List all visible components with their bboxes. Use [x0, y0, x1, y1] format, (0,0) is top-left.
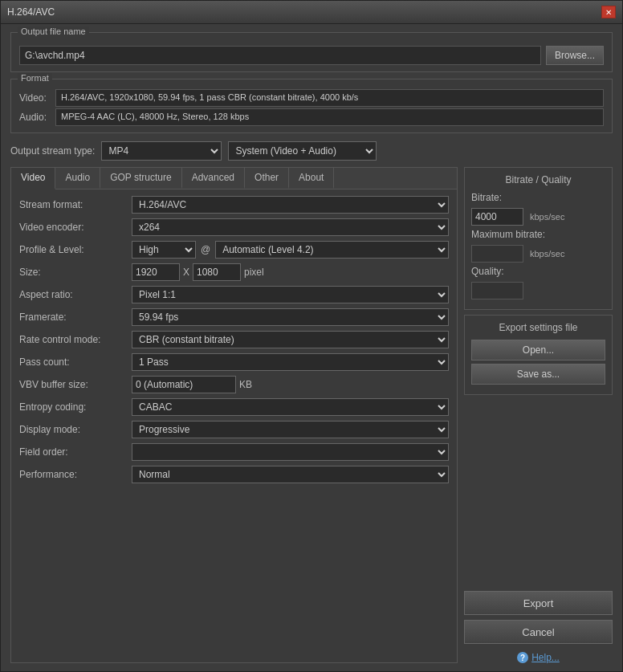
quality-input-row [471, 282, 605, 299]
rate-control-label: Rate control mode: [19, 334, 132, 345]
output-file-group: Output file name Browse... [10, 32, 613, 72]
profile-row: High Main Baseline @ Automatic (Level 4.… [132, 241, 449, 259]
bitrate-input[interactable] [471, 208, 523, 226]
file-row: Browse... [19, 46, 604, 65]
max-bitrate-input [471, 245, 523, 263]
aspect-ratio-label: Aspect ratio: [19, 289, 132, 300]
max-bitrate-field: Maximum bitrate: [471, 229, 605, 240]
cancel-button[interactable]: Cancel [464, 620, 613, 644]
display-mode-row: Display mode: Progressive Interlaced [19, 421, 449, 438]
size-inputs: X pixel [132, 263, 264, 281]
size-unit: pixel [244, 267, 264, 278]
window-title: H.264/AVC [7, 6, 55, 18]
width-input[interactable] [132, 263, 180, 281]
field-order-label: Field order: [19, 446, 132, 458]
export-settings-group: Export settings file Open... Save as... [464, 315, 613, 395]
left-panel: Video Audio GOP structure Advanced Other… [10, 167, 458, 663]
spacer [464, 400, 613, 583]
format-label: Format [18, 73, 52, 83]
help-link[interactable]: Help... [531, 652, 560, 663]
tab-other[interactable]: Other [245, 168, 289, 189]
right-panel: Bitrate / Quality Bitrate: kbps/sec Maxi… [464, 167, 613, 663]
size-row: Size: X pixel [19, 263, 449, 281]
quality-input [471, 282, 523, 299]
field-order-row: Field order: [19, 443, 449, 461]
tab-audio[interactable]: Audio [55, 168, 100, 189]
title-bar: H.264/AVC ✕ [1, 1, 622, 24]
browse-button[interactable]: Browse... [546, 46, 604, 65]
performance-label: Performance: [19, 469, 132, 480]
audio-format-row: Audio: MPEG-4 AAC (LC), 48000 Hz, Stereo… [19, 108, 604, 126]
video-encoder-label: Video encoder: [19, 222, 132, 233]
video-encoder-select[interactable]: x264 NVENC [132, 218, 449, 236]
video-tab-content: Stream format: H.264/AVC H.265/HEVC Vide… [11, 189, 457, 662]
level-select[interactable]: Automatic (Level 4.2) Level 4.0 [215, 241, 449, 259]
aspect-ratio-select[interactable]: Pixel 1:1 4:3 16:9 [132, 286, 449, 303]
size-label: Size: [19, 267, 132, 278]
framerate-row: Framerate: 59.94 fps 29.97 fps 25 fps [19, 308, 449, 326]
vbv-unit: KB [239, 379, 252, 390]
field-order-select[interactable] [132, 443, 449, 461]
save-as-button[interactable]: Save as... [471, 364, 605, 385]
entropy-select[interactable]: CABAC CAVLC [132, 398, 449, 416]
quality-label: Quality: [471, 266, 552, 277]
at-sign: @ [201, 244, 210, 255]
audio-format-value: MPEG-4 AAC (LC), 48000 Hz, Stereo, 128 k… [55, 108, 604, 126]
quality-field: Quality: [471, 266, 605, 277]
display-mode-label: Display mode: [19, 424, 132, 435]
vbv-inputs: KB [132, 376, 252, 393]
performance-select[interactable]: Normal Fast Slow [132, 466, 449, 483]
stream-type-row: Output stream type: MP4 AVI MKV System (… [10, 141, 613, 161]
vbv-input[interactable] [132, 376, 236, 393]
help-icon: ? [517, 652, 528, 663]
pass-count-row: Pass count: 1 Pass 2 Pass [19, 353, 449, 371]
file-path-input[interactable] [19, 46, 541, 65]
video-format-row: Video: H.264/AVC, 1920x1080, 59.94 fps, … [19, 89, 604, 107]
pass-count-label: Pass count: [19, 356, 132, 368]
content-area: Output file name Browse... Format Video:… [1, 24, 622, 671]
output-file-label: Output file name [18, 26, 89, 36]
entropy-row: Entropy coding: CABAC CAVLC [19, 398, 449, 416]
bitrate-title: Bitrate / Quality [471, 174, 605, 185]
rate-control-row: Rate control mode: CBR (constant bitrate… [19, 331, 449, 348]
tab-about[interactable]: About [289, 168, 334, 189]
stream-type-select2[interactable]: System (Video + Audio) Video only Audio … [228, 141, 377, 161]
audio-label: Audio: [19, 112, 55, 123]
bitrate-field: Bitrate: [471, 192, 605, 203]
profile-select[interactable]: High Main Baseline [132, 241, 196, 259]
bitrate-group: Bitrate / Quality Bitrate: kbps/sec Maxi… [464, 167, 613, 310]
vbv-row: VBV buffer size: KB [19, 376, 449, 393]
performance-row: Performance: Normal Fast Slow [19, 466, 449, 483]
max-bitrate-input-row: kbps/sec [471, 245, 605, 263]
framerate-select[interactable]: 59.94 fps 29.97 fps 25 fps [132, 308, 449, 326]
action-buttons: Export Cancel [464, 591, 613, 644]
export-settings-title: Export settings file [471, 322, 605, 333]
display-mode-select[interactable]: Progressive Interlaced [132, 421, 449, 438]
tabs-panel: Video Audio GOP structure Advanced Other… [10, 167, 613, 663]
help-row[interactable]: ? Help... [464, 652, 613, 663]
video-label: Video: [19, 92, 55, 104]
format-group: Format Video: H.264/AVC, 1920x1080, 59.9… [10, 79, 613, 133]
max-bitrate-label: Maximum bitrate: [471, 229, 552, 240]
bitrate-label: Bitrate: [471, 192, 552, 203]
open-button[interactable]: Open... [471, 340, 605, 360]
bitrate-unit: kbps/sec [530, 212, 564, 222]
close-button[interactable]: ✕ [601, 6, 616, 18]
framerate-label: Framerate: [19, 312, 132, 323]
pass-count-select[interactable]: 1 Pass 2 Pass [132, 353, 449, 371]
stream-format-select[interactable]: H.264/AVC H.265/HEVC [132, 196, 449, 214]
aspect-ratio-row: Aspect ratio: Pixel 1:1 4:3 16:9 [19, 286, 449, 303]
tab-video[interactable]: Video [11, 168, 55, 189]
height-input[interactable] [193, 263, 241, 281]
stream-type-label: Output stream type: [10, 145, 95, 157]
rate-control-select[interactable]: CBR (constant bitrate) VBR CQP [132, 331, 449, 348]
main-window: H.264/AVC ✕ Output file name Browse... F… [0, 0, 623, 672]
vbv-label: VBV buffer size: [19, 379, 132, 390]
tab-advanced[interactable]: Advanced [182, 168, 245, 189]
tab-gop[interactable]: GOP structure [100, 168, 181, 189]
video-format-value: H.264/AVC, 1920x1080, 59.94 fps, 1 pass … [55, 89, 604, 107]
stream-type-select1[interactable]: MP4 AVI MKV [101, 141, 222, 161]
stream-format-row: Stream format: H.264/AVC H.265/HEVC [19, 196, 449, 214]
export-button[interactable]: Export [464, 591, 613, 615]
tab-bar: Video Audio GOP structure Advanced Other… [11, 168, 457, 189]
